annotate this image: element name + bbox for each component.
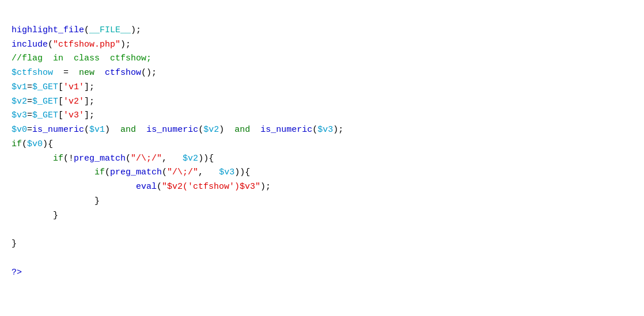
- line-1: highlight_file(__FILE__); include("ctfsh…: [12, 25, 343, 277]
- code-display: highlight_file(__FILE__); include("ctfsh…: [12, 9, 632, 294]
